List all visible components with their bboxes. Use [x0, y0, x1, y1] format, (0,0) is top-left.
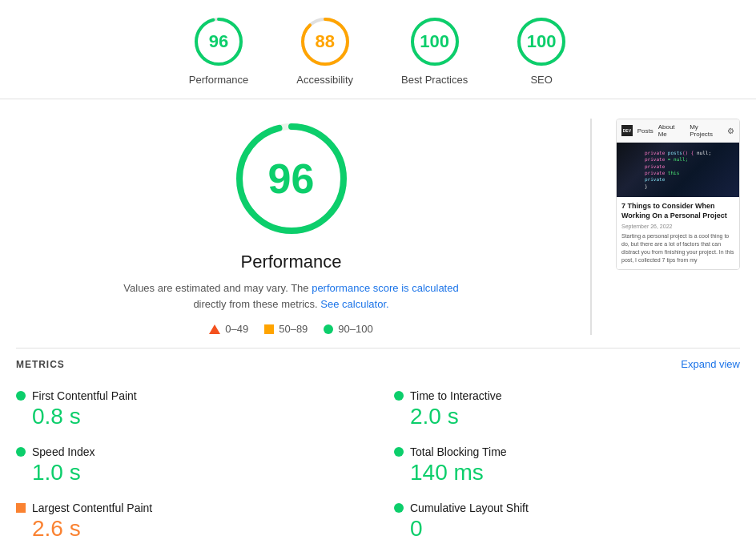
metric-value: 2.6 s — [32, 516, 362, 542]
score-label-best-practices: Best Practices — [401, 74, 468, 86]
metric-name: Cumulative Layout Shift — [410, 502, 529, 514]
big-score-circle: 96 — [231, 119, 352, 239]
preview-nav: DEV Posts About Me My Projects ⚙ — [617, 119, 739, 143]
metric-name: Time to Interactive — [410, 389, 502, 402]
score-label-accessibility: Accessibility — [296, 74, 353, 86]
metric-dot-orange — [16, 503, 26, 513]
metrics-section: METRICS Expand view First Contentful Pai… — [0, 348, 756, 558]
metrics-header: METRICS Expand view — [16, 348, 740, 380]
perf-score-link[interactable]: performance score is calculated — [312, 282, 459, 294]
metric-dot-green — [16, 447, 26, 457]
preview-hero: private posts() { null; private = null; … — [617, 143, 739, 197]
performance-description: Values are estimated and may vary. The p… — [123, 280, 460, 312]
metric-name: Largest Contentful Paint — [32, 502, 152, 514]
divider — [590, 119, 592, 335]
score-item-seo[interactable]: 100 SEO — [516, 16, 567, 86]
score-circle-performance: 96 — [193, 16, 244, 67]
score-label-seo: SEO — [530, 74, 552, 86]
score-value-performance: 96 — [209, 31, 228, 52]
metric-dot-green — [394, 447, 404, 457]
metric-header-row: Total Blocking Time — [394, 445, 740, 458]
metric-item: Speed Index 1.0 s — [16, 445, 362, 485]
score-circle-seo: 100 — [516, 16, 567, 67]
metric-dot-green — [394, 391, 404, 401]
score-item-best-practices[interactable]: 100 Best Practices — [401, 16, 468, 86]
metric-dot-green — [394, 503, 404, 513]
expand-view-button[interactable]: Expand view — [681, 358, 740, 370]
legend-range: 90–100 — [338, 323, 372, 335]
big-score-value: 96 — [268, 155, 315, 203]
metric-value: 0 — [410, 516, 740, 542]
preview-logo: DEV — [621, 125, 633, 136]
legend-range: 0–49 — [225, 323, 248, 335]
metrics-title: METRICS — [16, 359, 65, 370]
metric-name: First Contentful Paint — [32, 389, 137, 402]
legend-item-90–100: 90–100 — [324, 323, 372, 335]
score-legend: 0–4950–8990–100 — [209, 323, 372, 335]
preview-panel: DEV Posts About Me My Projects ⚙ private… — [616, 119, 740, 335]
preview-nav-link-about: About Me — [658, 123, 685, 138]
preview-post-title: 7 Things to Consider When Working On a P… — [621, 202, 734, 220]
metric-header-row: Cumulative Layout Shift — [394, 502, 740, 514]
score-value-seo: 100 — [527, 31, 557, 52]
metric-value: 1.0 s — [32, 460, 362, 485]
legend-item-50–89: 50–89 — [264, 323, 308, 335]
metric-name: Total Blocking Time — [410, 445, 507, 458]
scores-bar: 96 Performance 88 Accessibility 100 Best… — [0, 0, 756, 99]
metric-item: First Contentful Paint 0.8 s — [16, 389, 362, 429]
calculator-link[interactable]: See calculator. — [320, 298, 388, 310]
preview-nav-link-posts: Posts — [637, 127, 653, 135]
metric-value: 0.8 s — [32, 404, 362, 429]
metric-value: 140 ms — [410, 460, 740, 485]
metric-header-row: First Contentful Paint — [16, 389, 362, 402]
metric-item: Total Blocking Time 140 ms — [394, 445, 740, 485]
metric-name: Speed Index — [32, 445, 95, 458]
legend-range: 50–89 — [279, 323, 308, 335]
score-item-accessibility[interactable]: 88 Accessibility — [296, 16, 353, 86]
preview-content: 7 Things to Consider When Working On a P… — [617, 197, 739, 269]
score-value-accessibility: 88 — [315, 31, 334, 52]
metric-header-row: Speed Index — [16, 445, 362, 458]
main-content: 96 Performance Values are estimated and … — [0, 99, 756, 348]
legend-dot-icon — [324, 324, 333, 334]
score-item-performance[interactable]: 96 Performance — [189, 16, 248, 86]
metric-item: Largest Contentful Paint 2.6 s — [16, 502, 362, 542]
preview-code: private posts() { null; private = null; … — [641, 147, 714, 193]
preview-settings-icon: ⚙ — [727, 127, 734, 135]
performance-title: Performance — [241, 252, 342, 272]
metric-item: Cumulative Layout Shift 0 — [394, 502, 740, 542]
metric-header-row: Largest Contentful Paint — [16, 502, 362, 514]
score-value-best-practices: 100 — [420, 31, 449, 52]
preview-card: DEV Posts About Me My Projects ⚙ private… — [616, 119, 740, 270]
legend-item-0–49: 0–49 — [209, 323, 248, 335]
preview-nav-link-projects: My Projects — [690, 123, 722, 138]
preview-date: September 26, 2022 — [621, 224, 734, 229]
metric-dot-green — [16, 391, 26, 401]
score-label-performance: Performance — [189, 74, 248, 86]
metric-header-row: Time to Interactive — [394, 389, 740, 402]
metrics-grid: First Contentful Paint 0.8 s Time to Int… — [16, 389, 740, 542]
metric-item: Time to Interactive 2.0 s — [394, 389, 740, 429]
legend-triangle-icon — [209, 324, 220, 334]
preview-body: Starting a personal project is a cool th… — [621, 232, 734, 264]
score-circle-accessibility: 88 — [300, 16, 351, 67]
left-panel: 96 Performance Values are estimated and … — [16, 119, 566, 335]
score-circle-best-practices: 100 — [409, 16, 460, 67]
metric-value: 2.0 s — [410, 404, 740, 429]
legend-square-icon — [264, 324, 274, 334]
